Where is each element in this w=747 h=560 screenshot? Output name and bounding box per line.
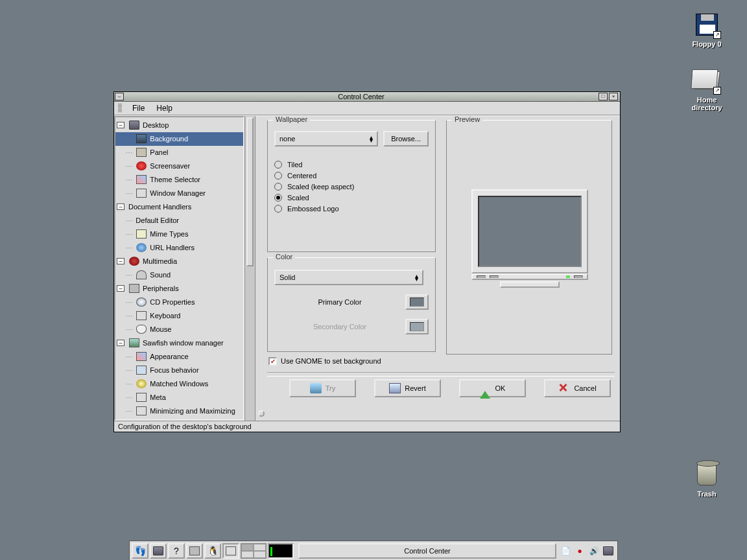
- folder-icon: ↗: [694, 67, 720, 93]
- terminal-icon: [153, 546, 163, 555]
- use-gnome-label: Use GNOME to set background: [281, 357, 381, 365]
- wallpaper-mode-radios: Tiled Centered Scaled (keep aspect) Scal…: [274, 161, 429, 213]
- panel-btn-help[interactable]: ?: [168, 543, 185, 559]
- panel-btn-terminal[interactable]: [150, 543, 167, 559]
- workspace-pager[interactable]: [241, 543, 267, 559]
- menu-help[interactable]: Help: [151, 102, 178, 114]
- power-led-icon: [566, 275, 570, 278]
- revert-button[interactable]: Revert: [374, 379, 441, 397]
- scrollbar-thumb[interactable]: [246, 117, 254, 266]
- system-tray: 📄 ● 🔊: [558, 544, 616, 557]
- panel-btn-desktop[interactable]: [222, 543, 239, 559]
- radio-tiled[interactable]: Tiled: [274, 161, 429, 169]
- toolbox-icon: [189, 546, 200, 555]
- control-center-window: – Control Center □ × File Help –Desktop …: [113, 91, 621, 432]
- preview-legend: Preview: [452, 116, 482, 123]
- secondary-color-swatch: [410, 322, 424, 331]
- maximize-button[interactable]: □: [599, 93, 608, 100]
- color-legend: Color: [273, 253, 295, 261]
- tree-node-theme[interactable]: ···Theme Selector: [115, 173, 243, 187]
- tree-node-appear[interactable]: ···Appearance: [115, 350, 243, 364]
- tray-icon-alert[interactable]: ●: [573, 544, 586, 557]
- wallpaper-combo[interactable]: none ▴▾: [274, 131, 378, 146]
- tree-scrollbar[interactable]: [244, 116, 255, 421]
- category-tree[interactable]: –Desktop ···Background ···Panel ···Scree…: [114, 116, 244, 421]
- statusbar: Configuration of the desktop's backgroun…: [114, 421, 620, 432]
- clock-icon: [603, 546, 613, 555]
- secondary-color-button[interactable]: [405, 319, 429, 334]
- primary-color-button[interactable]: [405, 294, 429, 310]
- taskbar-task-control-center[interactable]: Control Center: [298, 543, 556, 559]
- panel-btn-toolbox[interactable]: [186, 543, 203, 559]
- menubar-grip[interactable]: [118, 104, 122, 113]
- separator: [267, 372, 615, 373]
- tree-node-periph[interactable]: –Peripherals: [115, 282, 243, 296]
- settings-pane: Wallpaper none ▴▾ Browse... Tiled Center…: [257, 116, 620, 421]
- wallpaper-legend: Wallpaper: [273, 116, 310, 123]
- revert-icon: [389, 383, 401, 393]
- tree-node-background[interactable]: ···Background: [115, 132, 243, 146]
- tree-node-panel[interactable]: ···Panel: [115, 146, 243, 159]
- tree-node-minmax[interactable]: ···Minimizing and Maximizing: [115, 404, 243, 418]
- preview-monitor: [471, 189, 588, 289]
- tree-node-screensaver[interactable]: ···Screensaver: [115, 159, 243, 173]
- desktop-icon-home[interactable]: ↗ Home directory: [681, 67, 733, 111]
- wallpaper-group: Wallpaper none ▴▾ Browse... Tiled Center…: [267, 120, 436, 252]
- close-button[interactable]: ×: [609, 93, 618, 100]
- pane-splitter-knob[interactable]: [258, 410, 265, 417]
- tree-node-wm[interactable]: ···Window Manager: [115, 187, 243, 200]
- try-button[interactable]: Try: [289, 379, 356, 397]
- tray-icon-volume[interactable]: 🔊: [587, 544, 600, 557]
- ok-icon: [480, 383, 490, 399]
- radio-embossed[interactable]: Embossed Logo: [274, 205, 429, 213]
- dialog-buttons: Try Revert OK Cancel: [267, 376, 615, 397]
- tree-node-sound[interactable]: ···Sound: [115, 268, 243, 282]
- desktop-icon-label: Floppy 0: [681, 40, 733, 48]
- tree-node-saw[interactable]: –Sawfish window manager: [115, 336, 243, 350]
- tree-node-cd[interactable]: ···CD Properties: [115, 296, 243, 309]
- window-title: Control Center: [124, 93, 598, 100]
- secondary-color-label: Secondary Color: [274, 323, 405, 331]
- cancel-button[interactable]: Cancel: [544, 379, 611, 397]
- tree-node-mm[interactable]: –Multimedia: [115, 255, 243, 268]
- primary-color-label: Primary Color: [274, 298, 405, 306]
- use-gnome-checkbox-row[interactable]: ✔ Use GNOME to set background: [268, 357, 615, 366]
- checkbox-icon[interactable]: ✔: [268, 357, 277, 366]
- menubar: File Help: [114, 102, 620, 115]
- color-mode-combo[interactable]: Solid ▴▾: [274, 270, 423, 285]
- titlebar[interactable]: – Control Center □ ×: [114, 92, 620, 102]
- system-monitor[interactable]: [268, 543, 294, 559]
- desktop-icon-trash[interactable]: Trash: [681, 461, 733, 498]
- tree-node-focus[interactable]: ···Focus behavior: [115, 364, 243, 377]
- preview-group: Preview: [446, 120, 612, 355]
- foot-menu-button[interactable]: 👣: [132, 543, 148, 559]
- wallpaper-combo-value: none: [279, 135, 295, 143]
- tree-node-desktop[interactable]: –Desktop: [115, 119, 243, 132]
- client-area: –Desktop ···Background ···Panel ···Scree…: [114, 115, 620, 421]
- ok-button[interactable]: OK: [459, 379, 526, 397]
- window-menu-button[interactable]: –: [115, 93, 124, 100]
- tree-node-mime[interactable]: ···Mime Types: [115, 228, 243, 241]
- radio-centered[interactable]: Centered: [274, 172, 429, 180]
- tray-icon-modem[interactable]: 📄: [559, 544, 572, 557]
- tree-node-doch[interactable]: –Document Handlers: [115, 200, 243, 214]
- panel-btn-linux[interactable]: 🐧: [204, 543, 221, 559]
- tree-node-meta[interactable]: ···Meta: [115, 391, 243, 404]
- try-icon: [310, 383, 322, 393]
- color-group: Color Solid ▴▾ Primary Color Secondary C…: [267, 257, 436, 352]
- tray-icon-clock[interactable]: [602, 544, 615, 557]
- tree-node-matched[interactable]: ···Matched Windows: [115, 377, 243, 391]
- tree-node-url[interactable]: ···URL Handlers: [115, 241, 243, 255]
- tree-node-defed[interactable]: ···Default Editor: [115, 214, 243, 228]
- radio-scaled[interactable]: Scaled: [274, 194, 429, 202]
- tree-node-kb[interactable]: ···Keyboard: [115, 309, 243, 323]
- color-combo-value: Solid: [279, 274, 295, 281]
- browse-button[interactable]: Browse...: [383, 131, 429, 146]
- preview-screen: [478, 196, 582, 267]
- trash-icon: [694, 461, 720, 487]
- desktop-icon-floppy[interactable]: ↗ Floppy 0: [681, 12, 733, 48]
- radio-scaled-aspect[interactable]: Scaled (keep aspect): [274, 183, 429, 191]
- menu-file[interactable]: File: [127, 102, 150, 114]
- tree-node-mouse[interactable]: ···Mouse: [115, 323, 243, 336]
- desktop-icon: [226, 546, 236, 555]
